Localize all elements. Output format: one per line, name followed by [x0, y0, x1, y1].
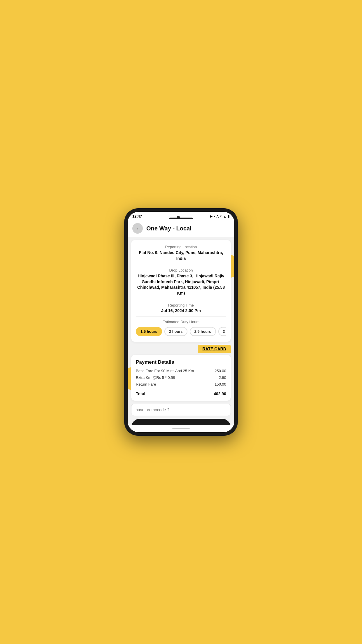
payment-label-1: Extra Km @Rs 5 * 0.58 — [136, 375, 175, 380]
sim-icon: ▪ — [214, 215, 215, 218]
divider-3 — [136, 316, 226, 317]
rate-card-row: RATE CARD — [131, 345, 231, 353]
confirm-row: Confirm Booking — [131, 419, 231, 425]
rate-card-button[interactable]: RATE CARD — [198, 345, 231, 353]
reporting-label: Reporting Location — [136, 245, 226, 249]
camera-notch — [169, 218, 193, 219]
payment-row-1: Extra Km @Rs 5 * 0.58 2.90 — [136, 375, 226, 380]
hour-pill-2[interactable]: 2.5 hours — [190, 327, 216, 336]
payment-row-0: Base Fare For 90 Mins And 25 Km 250.00 — [136, 369, 226, 373]
payment-label-2: Return Fare — [136, 382, 156, 386]
payment-row-2: Return Fare 150.00 — [136, 382, 226, 386]
reporting-time-section: Reporting Time Jul 16, 2024 2:00 Pm — [136, 303, 226, 313]
home-indicator — [128, 425, 234, 432]
phone-screen: 12:47 ▶ ▪ A ▾ ▲ ▮ ‹ One Way - Local — [128, 212, 234, 432]
payment-total-row: Total 402.90 — [136, 389, 226, 396]
drop-value: Hinjewadi Phase Iii, Phase 3, Hinjawadi … — [136, 273, 226, 296]
reporting-location-section: Reporting Location Flat No. 9, Nanded Ci… — [136, 245, 226, 261]
hours-row: 1.5 hours 2 hours 2.5 hours 3 hours 4 ho… — [136, 327, 226, 337]
payment-value-0: 250.00 — [215, 369, 226, 373]
promo-input[interactable] — [131, 404, 231, 416]
total-value: 402.90 — [214, 391, 226, 396]
location-card: Reporting Location Flat No. 9, Nanded Ci… — [131, 240, 231, 342]
payment-title: Payment Details — [136, 359, 226, 365]
phone-frame: 12:47 ▶ ▪ A ▾ ▲ ▮ ‹ One Way - Local — [124, 208, 238, 436]
status-time: 12:47 — [132, 214, 142, 218]
payment-label-0: Base Fare For 90 Mins And 25 Km — [136, 369, 194, 373]
font-icon: A — [217, 215, 219, 218]
payment-value-1: 2.90 — [219, 375, 226, 380]
promo-row — [131, 404, 231, 416]
home-bar — [172, 428, 190, 429]
reporting-time-value: Jul 16, 2024 2:00 Pm — [136, 308, 226, 313]
hour-pill-3[interactable]: 3 hours — [218, 327, 226, 336]
drop-location-section: Drop Location Hinjewadi Phase Iii, Phase… — [136, 268, 226, 296]
page-title: One Way - Local — [146, 225, 191, 232]
battery-icon: ▮ — [228, 214, 230, 218]
reporting-time-label: Reporting Time — [136, 303, 226, 307]
drop-label: Drop Location — [136, 268, 226, 272]
signal-icon: ▲ — [223, 215, 226, 218]
play-icon: ▶ — [210, 214, 212, 218]
confirm-booking-button[interactable]: Confirm Booking — [131, 419, 231, 425]
total-label: Total — [136, 391, 145, 396]
divider-2 — [136, 300, 226, 300]
status-icons: ▶ ▪ A ▾ ▲ ▮ — [210, 214, 230, 218]
screen-content: Reporting Location Flat No. 9, Nanded Ci… — [128, 237, 234, 425]
hour-pill-0[interactable]: 1.5 hours — [136, 327, 162, 336]
reporting-value: Flat No. 9, Nanded City, Pune, Maharasht… — [136, 250, 226, 261]
wifi-icon: ▾ — [220, 214, 222, 218]
divider-1 — [136, 265, 226, 265]
hour-pill-1[interactable]: 2 hours — [164, 327, 187, 336]
payment-value-2: 150.00 — [215, 382, 226, 386]
app-header: ‹ One Way - Local — [128, 220, 234, 237]
payment-card: Payment Details Base Fare For 90 Mins An… — [131, 355, 231, 401]
duty-hours-label: Estimated Duty Hours — [136, 320, 226, 324]
back-button[interactable]: ‹ — [132, 223, 143, 234]
back-arrow-icon: ‹ — [137, 226, 138, 231]
